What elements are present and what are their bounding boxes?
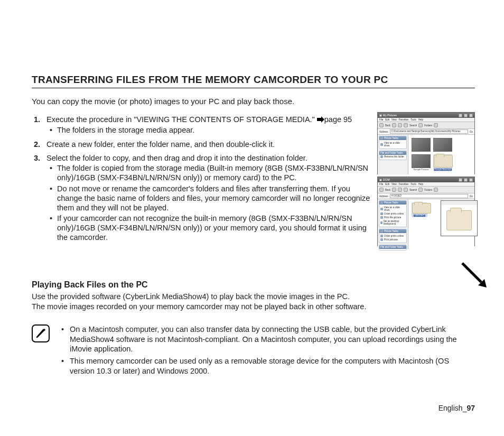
bullet-icon: • bbox=[46, 163, 57, 182]
minimize-icon bbox=[459, 178, 462, 182]
address-label: Address bbox=[379, 131, 388, 133]
step-number: 3. bbox=[34, 154, 46, 242]
bullet-icon bbox=[380, 235, 383, 237]
panel-item: View as a slide show bbox=[384, 206, 405, 211]
menu-bar: File Edit View Favorites Tools Help bbox=[378, 118, 474, 122]
paragraph: Use the provided software (CyberLink Med… bbox=[32, 292, 475, 302]
folders-icon bbox=[418, 188, 423, 192]
folders-label: Folders bbox=[424, 189, 432, 191]
folders-icon bbox=[418, 123, 423, 127]
footer-language: English bbox=[438, 404, 463, 412]
bullet-icon bbox=[380, 143, 383, 146]
panel-item: Rename this folder bbox=[384, 155, 404, 158]
thumbnail-icon bbox=[433, 138, 452, 152]
picture-icon bbox=[380, 201, 383, 204]
panel-item: Order prints online bbox=[384, 235, 404, 237]
bullet-icon bbox=[380, 238, 383, 241]
step-body: Select the folder to copy, and then drag… bbox=[46, 154, 374, 242]
flag-icon: ▣ bbox=[379, 114, 382, 117]
step-item: 2. Create a new folder, enter the folder… bbox=[34, 140, 374, 149]
address-field: C:\Documents and Settings\Samsung\My Doc… bbox=[390, 129, 468, 134]
menu-item: File bbox=[379, 118, 383, 121]
bullet-icon bbox=[380, 216, 383, 219]
folders-label: Folders bbox=[424, 124, 432, 127]
step-number: 1. bbox=[34, 115, 46, 135]
address-bar: Address C:\Documents and Settings\Samsun… bbox=[378, 129, 474, 135]
step-text: Execute the procedure in "VIEWING THE CO… bbox=[46, 115, 317, 124]
menu-item: Help bbox=[418, 183, 423, 185]
back-label: Back bbox=[385, 124, 390, 127]
note-list: •On a Macintosh computer, you can also t… bbox=[59, 324, 475, 378]
flag-icon: ▣ bbox=[379, 178, 382, 181]
arrow-icon bbox=[317, 116, 324, 124]
note-text: This memory camcorder can be used only a… bbox=[70, 356, 475, 376]
back-icon bbox=[379, 188, 384, 192]
step-body: Execute the procedure in "VIEWING THE CO… bbox=[46, 115, 374, 135]
content-pane: Sample Pictures Sample Materials bbox=[408, 135, 474, 174]
panel-item: Order prints online bbox=[384, 212, 404, 215]
note-icon bbox=[32, 324, 50, 342]
address-bar: Address H:\VIDEO Go bbox=[378, 193, 474, 199]
figure-group: ▣ My Pictures File Edit View Favorites T… bbox=[377, 112, 475, 248]
step-item: 1. Execute the procedure in "VIEWING THE… bbox=[34, 115, 374, 135]
page-ref: page 95 bbox=[324, 115, 352, 124]
menu-item: File bbox=[379, 183, 383, 185]
footer-page-number: 97 bbox=[466, 404, 475, 412]
bullet-icon bbox=[380, 221, 382, 224]
panel-heading: Picture Tasks bbox=[384, 137, 398, 140]
search-label: Search bbox=[409, 189, 417, 191]
note-text: On a Macintosh computer, you can also tr… bbox=[70, 324, 475, 355]
figure-window-my-pictures: ▣ My Pictures File Edit View Favorites T… bbox=[377, 112, 475, 174]
thumbnail-label: 100VIDEO bbox=[414, 215, 425, 217]
destination-folder-icon bbox=[446, 210, 472, 230]
bullet-icon: • bbox=[46, 214, 57, 242]
panel-heading: File and Folder Tasks bbox=[380, 152, 403, 154]
menu-item: Favorites bbox=[399, 118, 409, 121]
menu-item: Help bbox=[418, 118, 423, 121]
picture-icon bbox=[380, 137, 383, 140]
panel-item: Print pictures bbox=[384, 238, 398, 241]
menu-item: View bbox=[391, 183, 397, 185]
subsection-heading: Playing Back Files on the PC bbox=[32, 280, 475, 290]
folder-icon bbox=[434, 155, 453, 168]
minimize-icon bbox=[459, 114, 462, 117]
bullet-icon: • bbox=[59, 356, 70, 376]
svg-marker-2 bbox=[317, 116, 324, 123]
side-panel: Picture Tasks View as a slide show File … bbox=[378, 135, 408, 174]
menu-item: Tools bbox=[410, 118, 416, 121]
search-icon bbox=[404, 123, 408, 127]
paragraph: The movie images recorded on your memory… bbox=[32, 302, 475, 312]
step-number: 2. bbox=[34, 140, 46, 149]
up-icon bbox=[398, 123, 402, 127]
thumbnail-label: Sample Materials bbox=[434, 169, 452, 171]
thumbnail-icon bbox=[412, 154, 431, 168]
bullet-text: Do not move or rename the camcorder's fo… bbox=[57, 184, 374, 212]
intro-paragraph: You can copy the movie (or photo) images… bbox=[32, 97, 475, 106]
address-field: H:\VIDEO bbox=[390, 194, 468, 198]
svg-marker-1 bbox=[478, 279, 487, 287]
menu-item: Edit bbox=[385, 183, 389, 185]
address-label: Address bbox=[379, 195, 388, 198]
menu-bar: File Edit View Favorites Tools Help bbox=[378, 182, 474, 187]
panel-heading: File and Folder Tasks bbox=[380, 246, 403, 248]
folder-icon bbox=[412, 203, 431, 214]
views-icon bbox=[434, 188, 438, 192]
bullet-text: The folders in the storage media appear. bbox=[57, 125, 194, 135]
panel-item: Set as desktop background bbox=[384, 220, 405, 225]
step-text: Create a new folder, enter the folder na… bbox=[46, 140, 275, 149]
bullet-icon bbox=[380, 212, 383, 215]
bullet-text: If your camcorder can not recognize the … bbox=[57, 214, 374, 242]
toolbar: Back Search Folders bbox=[378, 122, 474, 129]
picture-icon bbox=[380, 230, 383, 233]
go-label: Go bbox=[470, 195, 473, 198]
window-title: My Pictures bbox=[383, 114, 457, 117]
search-icon bbox=[404, 188, 408, 192]
fwd-icon bbox=[392, 123, 396, 127]
step-item: 3. Select the folder to copy, and then d… bbox=[34, 154, 374, 242]
toolbar: Back Search Folders bbox=[378, 187, 474, 193]
menu-item: Tools bbox=[410, 183, 416, 185]
section-heading: TRANSFERRING FILES FROM THE MEMORY CAMCO… bbox=[32, 74, 475, 88]
thumbnail-label: Sample Pictures bbox=[412, 169, 431, 171]
bullet-icon: • bbox=[46, 125, 57, 135]
panel-item: View as a slide show bbox=[384, 142, 405, 147]
